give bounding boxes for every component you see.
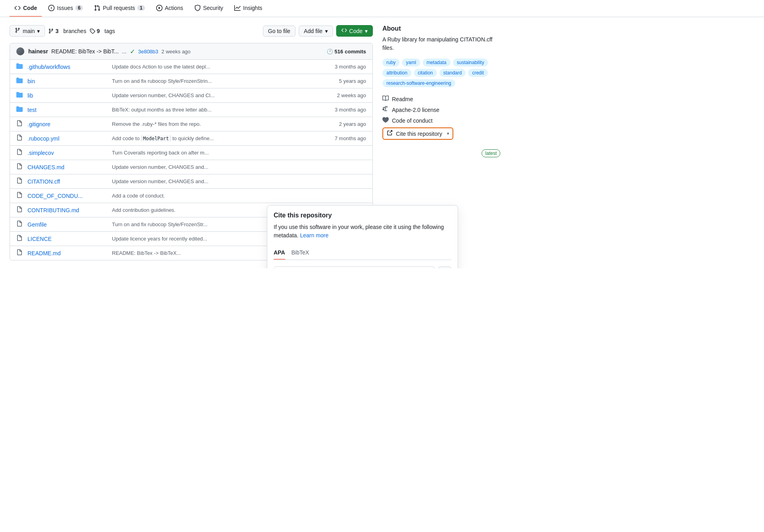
topic-research[interactable]: research-software-engineering [382,79,455,87]
file-row: CHANGES.md Update version number, CHANGE… [10,160,372,174]
tab-bibtex[interactable]: BibTeX [292,246,309,260]
cite-icon [386,130,393,137]
commits-clock-icon: 🕐 [327,49,333,55]
add-file-button[interactable]: Add file ▾ [299,25,333,37]
code-btn-icon [341,27,347,34]
file-name[interactable]: CONTRIBUTING.md [27,207,107,213]
file-name[interactable]: bin [27,78,107,84]
file-icon [16,192,24,200]
folder-icon [16,63,24,70]
commit-dots: ... [122,48,127,55]
cite-dropdown-description: If you use this software in your work, p… [274,223,451,240]
main-container: main ▾ 3 branches 9 tags Go to file Add … [0,17,510,268]
file-name[interactable]: .gitignore [27,121,107,127]
nav-pullrequests[interactable]: Pull requests 1 [89,0,150,17]
latest-badge: latest [482,149,500,157]
top-nav: Code Issues 6 Pull requests 1 Actions Se… [0,0,764,17]
commits-count[interactable]: 🕐 516 commits [327,49,366,55]
branch-icon [15,27,20,34]
cite-label: Cite this repository [396,131,442,137]
file-name[interactable]: LICENCE [27,236,107,242]
tags-info[interactable]: 9 tags [90,28,115,34]
file-row: .gitignore Remove the .ruby-* files from… [10,117,372,131]
topic-ruby[interactable]: ruby [382,59,400,66]
nav-actions[interactable]: Actions [151,0,188,17]
go-to-file-button[interactable]: Go to file [263,25,296,37]
add-file-chevron-icon: ▾ [325,28,328,34]
about-title: About [382,25,500,32]
code-button[interactable]: Code ▾ [336,25,373,37]
license-link[interactable]: Apache-2.0 license [382,104,500,115]
book-icon [382,95,389,103]
nav-security[interactable]: Security [190,0,228,17]
branches-info[interactable]: 3 branches [48,28,86,34]
avatar [16,47,24,55]
nav-issues-label: Issues [57,5,73,11]
nav-insights-label: Insights [243,5,262,11]
readme-link[interactable]: Readme [382,94,500,104]
folder-icon [16,106,24,113]
commits-label: commits [345,49,366,55]
file-time: 3 months ago [318,107,366,113]
topic-sustainability[interactable]: sustainability [453,59,488,66]
file-name[interactable]: CITATION.cff [27,178,107,185]
cite-input-row: ⧉ [274,266,451,268]
file-name[interactable]: lib [27,92,107,99]
about-section: About A Ruby library for manipulating CI… [382,25,500,140]
cite-repository-button[interactable]: Cite this repository ▾ [382,127,453,140]
file-icon [16,249,24,257]
topic-standard[interactable]: standard [439,69,466,77]
topic-metadata[interactable]: metadata [423,59,451,66]
file-name[interactable]: .simplecov [27,150,107,156]
nav-code[interactable]: Code [10,0,42,17]
topic-attribution[interactable]: attribution [382,69,411,77]
file-name[interactable]: README.md [27,250,107,256]
commit-info: hainesr README: BibTex -> BibT... ... ✓ … [28,48,323,55]
commit-header: hainesr README: BibTex -> BibT... ... ✓ … [10,43,372,60]
file-time: 2 weeks ago [318,92,366,98]
folder-icon [16,77,24,85]
file-icon [16,135,24,142]
issues-badge: 6 [75,5,83,11]
readme-label: Readme [392,96,413,102]
file-time: 7 months ago [318,135,366,141]
conduct-link[interactable]: Code of conduct [382,115,500,126]
branch-selector[interactable]: main ▾ [10,25,45,37]
topic-citation[interactable]: citation [414,69,437,77]
file-name[interactable]: test [27,107,107,113]
code-icon [14,5,21,11]
code-btn-label: Code [349,28,362,34]
commit-hash-link[interactable]: 3e808b3 [138,49,159,55]
citation-text-input[interactable] [274,266,435,268]
file-time: 2 years ago [318,121,366,127]
file-row: .simplecov Turn Coveralls reporting back… [10,146,372,160]
topic-yaml[interactable]: yaml [402,59,420,66]
nav-actions-label: Actions [165,5,183,11]
file-icon [16,120,24,128]
nav-insights[interactable]: Insights [229,0,267,17]
file-time: 3 months ago [318,64,366,70]
topic-credit[interactable]: credit [468,69,488,77]
code-btn-chevron-icon: ▾ [365,28,368,34]
file-row: bin Turn on and fix rubocop Style/Frozen… [10,74,372,88]
file-row: .github/workflows Update docs Action to … [10,60,372,74]
file-commit-msg: Remove the .ruby-* files from the repo. [107,121,318,127]
topics-list: ruby yaml metadata sustainability attrib… [382,59,500,87]
file-name[interactable]: Gemfile [27,221,107,228]
file-name[interactable]: .rubocop.yml [27,135,107,142]
file-name[interactable]: CODE_OF_CONDU... [27,193,107,199]
nav-security-label: Security [203,5,223,11]
copy-citation-button[interactable]: ⧉ [438,266,451,268]
nav-issues[interactable]: Issues 6 [43,0,88,17]
tab-apa[interactable]: APA [274,246,285,260]
learn-more-link[interactable]: Learn more [300,232,329,239]
file-name[interactable]: .github/workflows [27,64,107,70]
branches-label: branches [63,28,86,34]
go-to-file-label: Go to file [268,28,290,34]
folder-icon [16,92,24,99]
insights-icon [234,5,241,11]
file-name[interactable]: CHANGES.md [27,164,107,170]
file-row: CITATION.cff Update version number, CHAN… [10,174,372,189]
cite-chevron-icon: ▾ [447,131,449,136]
actions-icon [156,5,163,11]
